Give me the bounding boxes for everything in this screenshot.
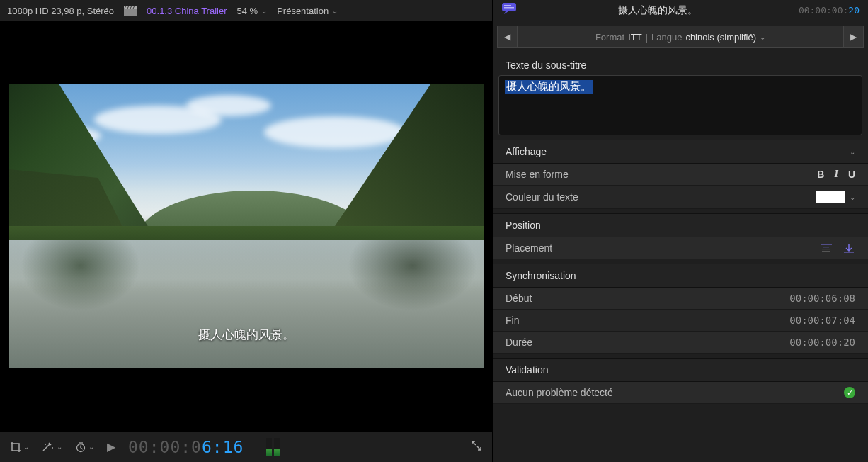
svg-rect-14 [822, 249, 830, 249]
timecode-gray: 00:00:0 [128, 438, 202, 456]
video-frame: 摄人心魄的风景。 [9, 84, 484, 368]
duration-timecode[interactable]: 00:00:00:20 [789, 337, 855, 348]
clip-title: 00.1.3 China Trailer [147, 6, 227, 16]
chevron-down-icon: ⌄ [332, 7, 338, 15]
color-swatch[interactable] [816, 191, 845, 203]
start-timecode[interactable]: 00:00:06:08 [789, 293, 855, 304]
caption-text-selected: 摄人心魄的风景。 [505, 80, 593, 94]
fullscreen-button[interactable] [471, 440, 482, 454]
video-viewer[interactable]: 摄人心魄的风景。 [0, 21, 492, 431]
svg-rect-15 [822, 251, 830, 252]
viewer-timecode[interactable]: 00:00:06:16 [128, 438, 244, 456]
svg-rect-16 [844, 252, 854, 253]
chevron-down-icon[interactable]: ⌄ [850, 193, 855, 201]
duration-label: Durée [506, 337, 532, 348]
validation-section-label: Validation [506, 364, 548, 376]
chevron-down-icon: ⌄ [88, 443, 94, 451]
duration-row: Durée 00:00:00:20 [493, 332, 868, 354]
timing-section: Synchronisation [493, 264, 868, 288]
validation-message: Aucun problème détecté [506, 387, 613, 398]
caption-format-bar: ◀ Format ITT | Langue chinois (simplifié… [497, 26, 864, 48]
svg-rect-12 [821, 244, 832, 245]
svg-rect-0 [124, 9, 137, 16]
start-row: Début 00:00:06:08 [493, 288, 868, 310]
format-label: Format [595, 32, 624, 43]
validation-row: Aucun problème détecté ✓ [493, 382, 868, 404]
chevron-down-icon: ⌄ [760, 33, 765, 41]
timing-section-label: Synchronisation [506, 270, 576, 281]
language-label: Langue [651, 32, 682, 43]
position-section: Position [493, 213, 868, 237]
inspector-title: 摄人心魄的风景。 [524, 4, 792, 17]
zoom-level-menu[interactable]: 54 % ⌄ [237, 6, 268, 16]
caption-text-input[interactable]: 摄人心魄的风景。 [498, 75, 862, 135]
inspector-duration: 00:00:00:20 [799, 5, 860, 16]
end-label: Fin [506, 315, 519, 326]
check-ok-icon: ✓ [844, 387, 855, 398]
caption-icon[interactable] [501, 2, 517, 18]
format-language-menu[interactable]: Format ITT | Langue chinois (simplifié) … [518, 26, 843, 47]
chevron-down-icon: ⌄ [850, 148, 855, 156]
formatting-label: Mise en forme [506, 169, 569, 180]
svg-point-7 [45, 444, 46, 445]
validation-section: Validation [493, 358, 868, 382]
italic-button[interactable]: I [834, 169, 838, 180]
svg-rect-11 [504, 7, 514, 9]
chevron-down-icon: ⌄ [23, 443, 29, 451]
burned-subtitle: 摄人心魄的风景。 [9, 327, 484, 343]
view-menu[interactable]: Présentation ⌄ [277, 6, 338, 16]
audio-meters [266, 438, 280, 456]
placement-label: Placement [506, 242, 552, 254]
position-section-label: Position [506, 220, 541, 231]
next-caption-button[interactable]: ▶ [843, 26, 863, 47]
enhance-tool[interactable]: ⌄ [42, 442, 62, 452]
svg-rect-10 [504, 5, 511, 6]
media-format-label: 1080p HD 23,98 p, Stéréo [7, 6, 114, 16]
display-section[interactable]: Affichage ⌄ [493, 140, 868, 164]
placement-row: Placement [493, 237, 868, 259]
placement-top-icon[interactable] [820, 243, 833, 253]
formatting-row: Mise en forme B I U [493, 164, 868, 186]
end-timecode[interactable]: 00:00:07:04 [789, 315, 855, 326]
svg-point-6 [52, 447, 53, 449]
language-value: chinois (simplifié) [685, 32, 756, 43]
text-color-label: Couleur du texte [506, 191, 578, 203]
zoom-value: 54 % [237, 6, 258, 16]
start-label: Début [506, 293, 532, 304]
placement-bottom-icon[interactable] [843, 243, 855, 253]
crop-tool[interactable]: ⌄ [10, 441, 29, 453]
underline-button[interactable]: U [848, 169, 855, 180]
play-button[interactable]: ▶ [107, 440, 115, 453]
svg-rect-13 [823, 247, 829, 247]
display-section-label: Affichage [506, 146, 547, 157]
format-value: ITT [628, 32, 642, 43]
end-row: Fin 00:00:07:04 [493, 310, 868, 332]
view-menu-label: Présentation [277, 6, 329, 16]
retime-tool[interactable]: ⌄ [75, 441, 94, 453]
text-color-row: Couleur du texte ⌄ [493, 186, 868, 209]
clapperboard-icon [124, 6, 137, 16]
chevron-down-icon: ⌄ [57, 443, 62, 451]
caption-text-label: Texte du sous-titre [493, 52, 868, 75]
chevron-down-icon: ⌄ [261, 7, 267, 15]
prev-caption-button[interactable]: ◀ [498, 26, 518, 47]
timecode-blue: 6:16 [202, 438, 244, 456]
bold-button[interactable]: B [817, 169, 824, 180]
